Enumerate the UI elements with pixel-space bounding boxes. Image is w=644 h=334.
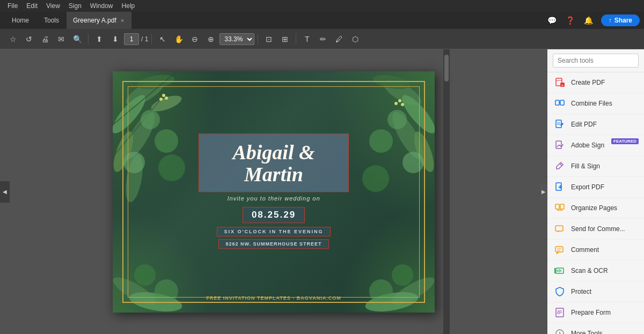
zoom-out-button[interactable]: ⊖	[187, 32, 202, 47]
edit-pdf-icon	[554, 118, 566, 130]
svg-rect-41	[560, 100, 564, 105]
sep4	[296, 34, 296, 44]
adobe-sign-icon	[554, 139, 566, 151]
marquee-zoom-button[interactable]: ⊞	[277, 32, 292, 47]
svg-rect-43	[556, 120, 561, 128]
tab-home[interactable]: Home	[4, 12, 36, 29]
next-page-button[interactable]: ⬇	[108, 32, 123, 47]
edit-pdf-label: Edit PDF	[571, 121, 638, 128]
hand-tool-button[interactable]: ✋	[171, 32, 186, 47]
share-icon: ↑	[609, 17, 612, 24]
tool-create-pdf[interactable]: + Create PDF	[547, 72, 644, 93]
export-pdf-icon	[554, 181, 566, 193]
tab-close-button[interactable]: ×	[120, 16, 125, 25]
names-box: Abigail &Martin	[199, 133, 349, 192]
draw-button[interactable]: ✏	[316, 32, 331, 47]
tab-bar: Home Tools Greenery A.pdf × 💬 ❓ 🔔 ↑ Shar…	[0, 12, 644, 29]
fit-page-button[interactable]: ⊡	[261, 32, 276, 47]
vertical-scrollbar[interactable]	[443, 49, 450, 334]
svg-rect-57	[556, 268, 564, 273]
print-button[interactable]: 🖨	[38, 32, 53, 47]
names-text: Abigail &Martin	[210, 142, 338, 187]
bookmark-button[interactable]: ☆	[5, 32, 20, 47]
right-panel-container: ▶ + Create PDF Combine Files	[547, 49, 644, 334]
prev-page-button[interactable]: ⬆	[92, 32, 107, 47]
export-pdf-label: Export PDF	[571, 183, 638, 191]
address-text: 8262 NW. SUMMERHOUSE STREET	[225, 241, 321, 247]
address-box: 8262 NW. SUMMERHOUSE STREET	[218, 239, 328, 249]
search-button[interactable]: 🔍	[70, 32, 85, 47]
tool-protect[interactable]: Protect	[547, 281, 644, 302]
comment-icon[interactable]: 💬	[546, 14, 558, 26]
tool-organize-pages[interactable]: Organize Pages	[547, 198, 644, 219]
send-comment-icon	[554, 223, 566, 235]
email-button[interactable]: ✉	[54, 32, 69, 47]
scan-ocr-label: Scan & OCR	[571, 267, 638, 274]
menu-view[interactable]: View	[43, 1, 63, 11]
notifications-icon[interactable]: 🔔	[583, 14, 595, 26]
tab-bar-right: 💬 ❓ 🔔 ↑ Share	[546, 14, 640, 26]
help-icon[interactable]: ❓	[565, 14, 576, 26]
tool-send-comment[interactable]: Send for Comme...	[547, 219, 644, 240]
tool-combine-files[interactable]: Combine Files	[547, 93, 644, 114]
tool-prepare-form[interactable]: Prepare Form	[547, 302, 644, 323]
zoom-in-button[interactable]: ⊕	[203, 32, 218, 47]
tool-scan-ocr[interactable]: Scan & OCR	[547, 261, 644, 281]
protect-icon	[554, 286, 566, 298]
scroll-left-button[interactable]: ◀	[0, 181, 10, 203]
create-pdf-label: Create PDF	[571, 79, 638, 86]
menu-sign[interactable]: Sign	[65, 1, 85, 11]
sep1	[88, 34, 89, 44]
tool-edit-pdf[interactable]: Edit PDF	[547, 114, 644, 135]
menu-edit[interactable]: Edit	[23, 1, 41, 11]
pdf-viewer[interactable]: ◀	[0, 49, 547, 334]
tool-adobe-sign[interactable]: Adobe Sign FEATURED	[547, 135, 644, 156]
tab-tools[interactable]: Tools	[36, 12, 67, 29]
organize-pages-icon	[554, 202, 566, 214]
tool-more-tools[interactable]: More Tools	[547, 323, 644, 334]
svg-line-47	[560, 164, 562, 166]
more-tools-icon	[554, 328, 566, 334]
send-comment-label: Send for Comme...	[571, 225, 638, 233]
refresh-button[interactable]: ↺	[21, 32, 36, 47]
tab-file-label: Greenery A.pdf	[73, 17, 116, 24]
add-text-button[interactable]: T	[299, 32, 314, 47]
prepare-form-icon	[554, 307, 566, 318]
select-tool-button[interactable]: ↖	[155, 32, 170, 47]
tool-export-pdf[interactable]: Export PDF	[547, 177, 644, 198]
combine-files-label: Combine Files	[571, 100, 638, 107]
stamp-button[interactable]: ⬡	[348, 32, 363, 47]
pdf-page: Abigail &Martin Invite you to their wedd…	[113, 71, 435, 313]
svg-rect-46	[556, 141, 561, 149]
share-label: Share	[614, 17, 632, 24]
share-button[interactable]: ↑ Share	[601, 14, 640, 26]
comment-label: Comment	[571, 246, 638, 254]
zoom-select[interactable]: 33.3%	[219, 33, 254, 45]
search-tools-input[interactable]	[553, 54, 639, 68]
sep2	[151, 34, 152, 44]
menu-bar: File Edit View Sign Window Help	[0, 0, 644, 12]
svg-rect-64	[558, 312, 560, 314]
page-number-input[interactable]	[124, 33, 139, 45]
right-panel-toggle[interactable]: ▶	[540, 184, 547, 200]
wedding-content: Abigail &Martin Invite you to their wedd…	[199, 133, 349, 250]
fill-sign-icon	[554, 160, 566, 172]
highlight-button[interactable]: 🖊	[332, 32, 347, 47]
date-text: 08.25.29	[252, 210, 296, 220]
tool-comment[interactable]: Comment	[547, 240, 644, 261]
footer-text: FREE INVITATION TEMPLATES - BAGVANIA.COM	[206, 295, 341, 301]
organize-pages-label: Organize Pages	[571, 204, 638, 212]
featured-badge: FEATURED	[611, 138, 639, 144]
tab-file[interactable]: Greenery A.pdf ×	[67, 12, 131, 29]
tool-fill-sign[interactable]: Fill & Sign	[547, 156, 644, 177]
menu-file[interactable]: File	[4, 1, 21, 11]
scrollbar-thumb[interactable]	[444, 55, 449, 81]
search-tools-box	[547, 49, 644, 72]
page-total: / 1	[141, 35, 148, 43]
fill-sign-label: Fill & Sign	[571, 162, 638, 170]
menu-help[interactable]: Help	[119, 1, 138, 11]
time-text: SIX O'CLOCK IN THE EVENING	[224, 229, 323, 234]
menu-window[interactable]: Window	[87, 1, 116, 11]
svg-rect-54	[555, 247, 563, 252]
svg-rect-51	[560, 204, 564, 209]
